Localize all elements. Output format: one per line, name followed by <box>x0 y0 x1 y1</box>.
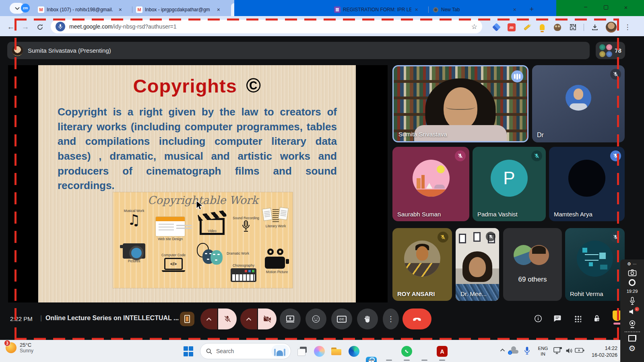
mic-in-use-icon[interactable] <box>524 346 530 355</box>
tab-forms[interactable]: REGISTRATION FORM: IPR LECT × <box>331 3 423 16</box>
window-minimize-button[interactable]: − <box>576 0 595 14</box>
participant-tile-saurabh[interactable]: Saurabh Suman <box>392 147 469 221</box>
zoom-extension-icon[interactable]: zm <box>21 4 30 12</box>
tab-gmail-2[interactable]: M Inbox - iprgpgcdakpathar@gm × <box>133 3 225 16</box>
tray-clock[interactable]: 14:22 16-02-2026 <box>587 345 617 359</box>
camera-toggle-button[interactable] <box>258 309 277 329</box>
language-indicator[interactable]: ENGIN <box>536 346 550 357</box>
lamp-extension-icon[interactable] <box>538 23 547 32</box>
downloads-icon[interactable] <box>590 23 599 32</box>
webcam-icon[interactable] <box>628 320 636 329</box>
volume-icon[interactable] <box>565 347 573 354</box>
acrobat-glyph: A <box>440 348 444 355</box>
bookmark-star-icon[interactable]: ☆ <box>471 23 477 31</box>
meeting-clock: 2:22 PM <box>10 315 33 322</box>
participant-tile-sumita[interactable]: Sumita Srivastava <box>392 65 528 142</box>
url-host: meet.google.com <box>69 23 112 30</box>
apps-grid-icon <box>574 315 581 322</box>
highlighter-extension-icon[interactable] <box>522 23 531 32</box>
slide-title: Copyrights <box>133 75 237 97</box>
acrobat-icon[interactable]: A <box>437 346 448 357</box>
presenter-avatar <box>12 45 23 56</box>
reactions-button[interactable] <box>305 309 326 329</box>
end-call-button[interactable] <box>402 309 431 329</box>
extension-diamond-icon[interactable] <box>492 23 501 32</box>
browser-menu-icon[interactable]: ⋮ <box>623 23 632 32</box>
recorder-speaker-muted-icon[interactable]: × <box>628 308 636 317</box>
more-options-button[interactable]: ⋮ <box>383 309 399 329</box>
tab-title: Inbox - iprgpgcdakpathar@gm <box>145 7 213 12</box>
battery-icon[interactable] <box>575 347 584 354</box>
copilot-icon[interactable] <box>314 346 325 357</box>
screen: zm M Inbox (107) - rohitv198@gmail. × M … <box>0 0 644 362</box>
host-controls-button[interactable] <box>591 313 603 324</box>
chevron-up-icon <box>206 317 212 321</box>
activities-button[interactable] <box>572 313 583 324</box>
task-view-button[interactable] <box>297 346 308 357</box>
windows-stack-icon[interactable] <box>628 335 636 341</box>
forward-button[interactable]: → <box>19 21 31 33</box>
edge-icon[interactable] <box>349 346 359 357</box>
mic-toggle-button[interactable] <box>218 309 237 329</box>
participant-count-pill[interactable]: 78 <box>596 42 625 59</box>
camera-options-button[interactable] <box>240 309 257 329</box>
extensions-puzzle-icon[interactable] <box>568 23 577 32</box>
participant-tile-roy[interactable]: ROY ANSARI <box>392 228 452 301</box>
mic-icon[interactable] <box>56 22 65 31</box>
tab-title: New Tab <box>441 7 510 12</box>
chat-button[interactable] <box>552 313 563 324</box>
participant-tile-mamtesh[interactable]: Mamtesh Arya <box>549 147 625 221</box>
captions-button[interactable]: CC <box>331 309 352 329</box>
participant-tile-others[interactable]: 69 others <box>503 228 562 301</box>
avatar <box>566 85 591 111</box>
participant-tile-padma[interactable]: P Padma Vashist <box>473 147 546 221</box>
screenshot-camera-icon[interactable] <box>628 269 637 276</box>
close-icon[interactable]: × <box>512 6 518 13</box>
profile-avatar[interactable] <box>606 22 617 33</box>
meeting-details-button[interactable] <box>533 313 544 324</box>
chat-icon <box>553 314 562 323</box>
extension-red-icon[interactable]: m <box>507 23 516 32</box>
present-button[interactable] <box>280 309 301 329</box>
record-button-icon[interactable] <box>629 279 636 286</box>
door-button[interactable] <box>180 312 194 326</box>
close-icon[interactable]: × <box>414 6 419 13</box>
close-icon[interactable]: × <box>118 6 123 13</box>
weather-widget[interactable]: 3 25°C Sunny <box>6 342 33 354</box>
participant-tile-dr-mee[interactable]: Dr. Mee... <box>456 228 499 301</box>
whatsapp-icon[interactable] <box>401 346 412 357</box>
participant-name: Rohit Verma <box>570 290 603 297</box>
chevron-up-icon <box>500 348 505 352</box>
diagram-item-sound-recording: Sound Recording <box>232 216 260 235</box>
close-icon[interactable]: × <box>216 6 221 13</box>
taskbar-search[interactable]: Search <box>200 343 291 359</box>
tab-meet-active[interactable]: Meet - Online Lecture Serie × <box>231 3 325 16</box>
file-explorer-icon[interactable] <box>331 346 342 357</box>
recorder-menu[interactable]: ⚙⋯ <box>627 262 637 266</box>
lock-icon <box>592 314 601 323</box>
tray-chevron-button[interactable] <box>498 348 506 352</box>
mic-off-icon <box>610 150 621 161</box>
new-tab-button[interactable]: + <box>526 4 537 14</box>
participant-name: Sumita Srivastava <box>398 131 447 138</box>
participant-tile-rohit[interactable]: Rohit Verma <box>565 228 625 301</box>
tab-gmail-1[interactable]: M Inbox (107) - rohitv198@gmail. × <box>35 3 126 16</box>
address-bar[interactable]: meet.google.com/idy-nbsg-rsd?authuser=1 … <box>51 20 482 33</box>
owl-extension-icon[interactable] <box>553 23 562 32</box>
window-close-button[interactable]: × <box>617 0 635 14</box>
avatar <box>577 241 613 277</box>
mic-options-button[interactable] <box>200 309 217 329</box>
start-button[interactable] <box>184 346 194 356</box>
window-maximize-button[interactable] <box>597 0 615 14</box>
network-icon[interactable] <box>553 347 562 355</box>
recorder-mic-icon[interactable] <box>629 296 636 305</box>
participant-tile-dr[interactable]: Dr <box>532 65 625 142</box>
recorder-settings-gear-icon[interactable]: ⚙ <box>629 344 636 352</box>
reload-button[interactable] <box>34 21 46 33</box>
more-options-icon: ⋮ <box>387 315 394 323</box>
tab-separator <box>132 6 132 13</box>
raise-hand-button[interactable] <box>357 309 378 329</box>
onedrive-icon[interactable]: i <box>509 348 518 354</box>
music-notes-icon: ♫ <box>120 213 149 227</box>
tab-new-tab[interactable]: New Tab × <box>429 3 521 16</box>
